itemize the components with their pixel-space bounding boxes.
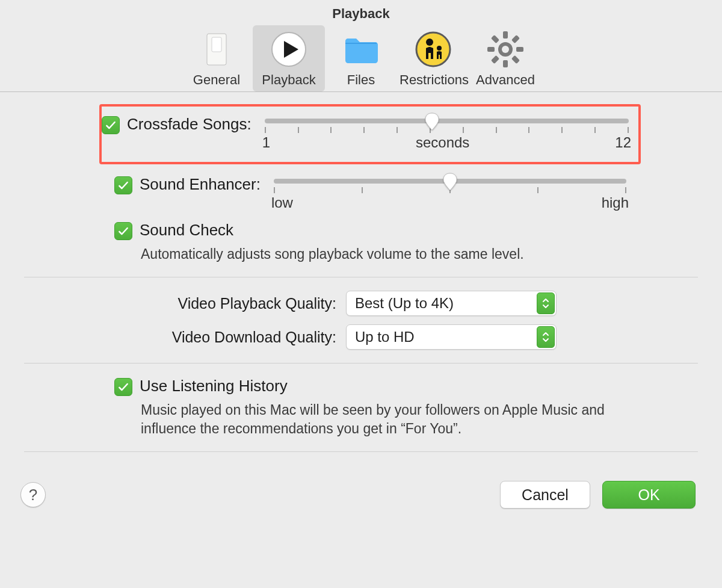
switch-icon <box>197 30 236 69</box>
video-playback-quality-dropdown[interactable]: Best (Up to 4K) <box>346 291 557 316</box>
tab-label: Advanced <box>472 72 539 88</box>
tab-label: Playback <box>255 72 322 88</box>
svg-rect-14 <box>491 35 499 43</box>
svg-point-6 <box>437 46 442 51</box>
parental-icon <box>414 30 452 69</box>
tab-general[interactable]: General <box>180 25 253 91</box>
separator <box>24 451 698 452</box>
tab-files[interactable]: Files <box>325 25 397 91</box>
chevrons-icon <box>537 326 555 348</box>
soundcheck-description: Automatically adjusts song playback volu… <box>141 245 620 264</box>
listening-history-checkbox[interactable] <box>114 378 132 396</box>
separator <box>24 363 698 364</box>
svg-rect-8 <box>503 31 508 39</box>
svg-rect-11 <box>516 47 523 52</box>
chevrons-icon <box>537 292 555 314</box>
listening-history-label: Use Listening History <box>140 377 288 395</box>
dropdown-value: Up to HD <box>355 329 415 345</box>
video-download-quality-label: Video Download Quality: <box>12 329 346 346</box>
crossfade-min-label: 1 <box>262 134 270 151</box>
crossfade-center-label: seconds <box>270 134 615 151</box>
folder-icon <box>342 30 380 69</box>
gear-icon <box>486 30 525 69</box>
enhancer-min-label: low <box>271 194 293 211</box>
window-title: Playback <box>0 0 722 23</box>
ok-button[interactable]: OK <box>602 481 696 509</box>
svg-point-16 <box>502 46 509 53</box>
svg-rect-1 <box>212 37 221 52</box>
video-download-quality-dropdown[interactable]: Up to HD <box>346 324 557 350</box>
soundcheck-checkbox[interactable] <box>114 222 132 240</box>
tab-advanced[interactable]: Advanced <box>469 25 542 91</box>
soundcheck-label: Sound Check <box>140 221 233 240</box>
slider-thumb-icon[interactable] <box>442 173 458 191</box>
crossfade-checkbox[interactable] <box>102 116 120 134</box>
svg-rect-10 <box>487 47 495 52</box>
svg-rect-13 <box>491 55 499 64</box>
svg-rect-12 <box>511 35 520 43</box>
slider-thumb-icon[interactable] <box>424 113 440 131</box>
crossfade-label: Crossfade Songs: <box>127 115 251 134</box>
content: Crossfade Songs: 1 seconds 12 Sound Enha <box>0 92 722 452</box>
video-playback-quality-label: Video Playback Quality: <box>12 295 346 312</box>
svg-point-5 <box>426 39 433 46</box>
play-icon <box>270 30 308 69</box>
enhancer-checkbox[interactable] <box>114 176 132 194</box>
footer: ? Cancel OK <box>0 465 722 529</box>
crossfade-slider[interactable] <box>265 119 629 123</box>
tab-label: Restrictions <box>400 72 467 88</box>
toolbar: General Playback Files <box>0 23 722 91</box>
toolbar-region: Playback General Playback <box>0 0 722 92</box>
svg-rect-15 <box>511 55 520 64</box>
help-button[interactable]: ? <box>20 482 46 507</box>
tab-restrictions[interactable]: Restrictions <box>397 25 469 91</box>
crossfade-max-label: 12 <box>615 134 631 151</box>
tab-label: General <box>183 72 250 88</box>
crossfade-ticks <box>265 127 629 133</box>
enhancer-slider[interactable] <box>274 179 626 184</box>
listening-history-description: Music played on this Mac will be seen by… <box>141 401 620 438</box>
separator <box>24 277 698 277</box>
enhancer-label: Sound Enhancer: <box>140 175 261 194</box>
tab-playback[interactable]: Playback <box>253 25 325 91</box>
tab-label: Files <box>327 72 395 88</box>
dropdown-value: Best (Up to 4K) <box>355 295 454 312</box>
svg-rect-9 <box>503 60 508 67</box>
crossfade-highlight: Crossfade Songs: 1 seconds 12 <box>99 104 641 164</box>
cancel-button[interactable]: Cancel <box>500 481 590 509</box>
enhancer-max-label: high <box>602 194 629 211</box>
